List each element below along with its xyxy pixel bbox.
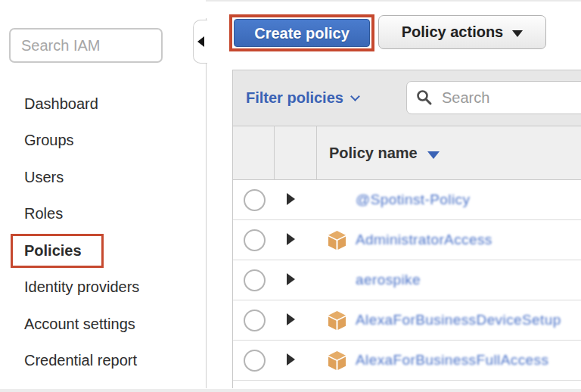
sidebar-item-identity-providers[interactable]: Identity providers — [0, 269, 206, 306]
sidebar-item-account-settings[interactable]: Account settings — [0, 306, 206, 343]
sidebar-item-label: Account settings — [24, 316, 135, 333]
row-radio-button[interactable] — [244, 189, 266, 211]
table-row: AlexaForBusinessDeviceSetup — [233, 300, 581, 341]
annotation-create-policy-highlight: Create policy — [229, 14, 374, 51]
policy-name-header-label: Policy name — [329, 145, 418, 162]
aws-managed-policy-icon — [327, 310, 347, 331]
aws-managed-policy-icon — [327, 230, 347, 250]
expand-row-icon[interactable] — [287, 273, 295, 285]
policy-search-input[interactable] — [406, 81, 581, 114]
table-search-wrap — [406, 81, 581, 114]
sidebar-item-credential-report[interactable]: Credential report — [0, 343, 206, 380]
annotation-policies-highlight: Policies — [11, 234, 104, 268]
table-row: AdministratorAccess — [233, 220, 581, 260]
filter-bar: Filter policies — [233, 70, 581, 126]
column-separator — [316, 126, 317, 180]
table-header-row: Policy name — [233, 126, 581, 180]
chevron-down-icon — [350, 92, 360, 101]
policy-name-link[interactable]: AdministratorAccess — [356, 232, 492, 248]
sort-desc-icon — [427, 151, 440, 159]
policy-name-column-header[interactable]: Policy name — [329, 126, 440, 180]
policy-name-link[interactable]: @Spotinst-Policy — [356, 191, 470, 208]
policy-name-link[interactable]: aerospike — [356, 272, 421, 288]
create-policy-button[interactable]: Create policy — [234, 19, 370, 47]
search-iam-input[interactable] — [9, 28, 163, 63]
sidebar-divider — [206, 18, 207, 388]
expand-row-icon[interactable] — [287, 353, 295, 366]
iam-policies-page: Dashboard Groups Users Roles Policies Id… — [0, 0, 581, 392]
policy-name-link[interactable]: AlexaForBusinessDeviceSetup — [356, 312, 561, 328]
collapse-sidebar-button[interactable] — [193, 20, 207, 64]
policies-table-panel: Filter policies Policy name @ — [232, 70, 581, 388]
row-radio-button[interactable] — [244, 310, 266, 331]
table-row: aerospike — [233, 260, 581, 300]
sidebar-item-label: Credential report — [24, 352, 137, 369]
table-row: AlexaForBusinessFullAccess — [233, 341, 581, 381]
expand-row-icon[interactable] — [287, 233, 295, 245]
sidebar-item-label: Users — [24, 169, 64, 186]
sidebar-item-groups[interactable]: Groups — [0, 123, 206, 160]
sidebar-item-roles[interactable]: Roles — [0, 196, 206, 233]
sidebar-item-label: Roles — [24, 205, 63, 222]
sidebar-nav: Dashboard Groups Users Roles Policies Id… — [0, 86, 206, 379]
table-row: @Spotinst-Policy — [233, 180, 581, 220]
policy-actions-button[interactable]: Policy actions — [378, 15, 546, 49]
policy-name-link[interactable]: AlexaForBusinessFullAccess — [356, 352, 548, 369]
collapse-left-icon — [197, 36, 204, 47]
filter-policies-label: Filter policies — [246, 89, 343, 107]
filter-policies-dropdown[interactable]: Filter policies — [246, 89, 359, 107]
sidebar-item-dashboard[interactable]: Dashboard — [0, 86, 206, 123]
sidebar-item-users[interactable]: Users — [0, 159, 206, 196]
row-radio-button[interactable] — [244, 269, 266, 291]
sidebar-item-policies[interactable]: Policies — [0, 232, 206, 269]
sidebar-item-label: Identity providers — [24, 278, 139, 296]
sidebar: Dashboard Groups Users Roles Policies Id… — [0, 0, 206, 388]
bottom-border — [0, 389, 581, 392]
expand-row-icon[interactable] — [287, 313, 295, 325]
sidebar-item-label: Policies — [24, 242, 82, 259]
caret-down-icon — [512, 30, 523, 37]
row-radio-button[interactable] — [244, 350, 266, 372]
sidebar-item-label: Dashboard — [24, 95, 98, 113]
expand-row-icon[interactable] — [287, 193, 295, 205]
policy-actions-label: Policy actions — [402, 23, 504, 41]
aws-managed-policy-icon — [327, 350, 347, 371]
column-separator — [274, 126, 275, 180]
row-radio-button[interactable] — [244, 229, 266, 251]
sidebar-item-label: Groups — [24, 132, 74, 149]
